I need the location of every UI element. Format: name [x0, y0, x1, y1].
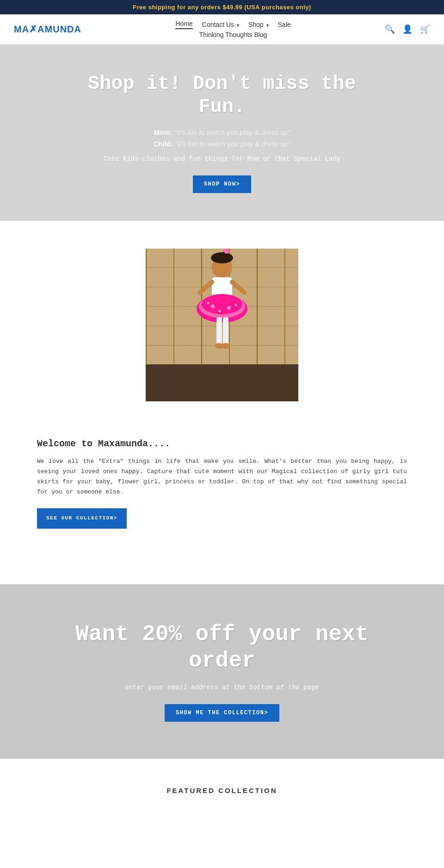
svg-point-11	[218, 310, 221, 312]
shop-dropdown-arrow: ▾	[266, 23, 269, 28]
nav-bottom-row: Thinking Thoughts Blog	[199, 31, 267, 38]
hero-section: Shop it! Don't miss the Fun. Mom: "It's …	[0, 44, 444, 221]
cart-icon[interactable]: 🛒	[420, 24, 430, 34]
nav-link-blog[interactable]: Thinking Thoughts Blog	[199, 31, 267, 38]
contact-dropdown-arrow: ▾	[237, 23, 239, 28]
login-icon[interactable]: 👤	[402, 24, 413, 34]
nav-link-contact[interactable]: Contact Us ▾	[202, 21, 239, 28]
nav-link-sale[interactable]: Sale	[278, 21, 291, 28]
hero-mom-quote: Mom: "It's fun to watch you play & dress…	[154, 128, 290, 136]
product-image	[146, 249, 298, 401]
svg-point-14	[207, 302, 210, 305]
svg-line-5	[200, 282, 212, 293]
main-nav: Home Contact Us ▾ Shop ▾ Sale Thinking T…	[175, 20, 290, 38]
nav-link-home[interactable]: Home	[175, 20, 192, 29]
nav-link-shop[interactable]: Shop ▾	[248, 21, 269, 28]
svg-rect-15	[216, 317, 222, 345]
site-header: MA✗AMUNDA Home Contact Us ▾ Shop ▾ Sale …	[0, 14, 444, 44]
site-logo[interactable]: MA✗AMUNDA	[14, 24, 81, 35]
svg-point-10	[211, 305, 215, 308]
see-collection-button[interactable]: SEE OUR COLLECTION>	[37, 508, 127, 528]
welcome-body: We love all the "Extra" things in life t…	[37, 456, 407, 497]
promo-section: Want 20% off your next order enter your …	[0, 584, 444, 759]
featured-heading: FEATURED COLLECTION	[14, 787, 430, 794]
svg-point-12	[227, 306, 231, 310]
hero-child-quote: Child: "It's fun to watch you play & dre…	[154, 140, 291, 148]
search-icon[interactable]: 🔍	[385, 24, 395, 34]
nav-top-row: Home Contact Us ▾ Shop ▾ Sale	[175, 20, 290, 29]
featured-collection-section: FEATURED COLLECTION	[0, 759, 444, 813]
announcement-bar: Free shipping for any orders $49.99 (USA…	[0, 0, 444, 14]
welcome-section: Welcome to Maxamunda.... We love all the…	[0, 420, 444, 556]
promo-subtext: enter your email address at the bottom o…	[125, 684, 319, 691]
hero-heading: Shop it! Don't miss the Fun.	[60, 72, 384, 119]
nav-icon-group: 🔍 👤 🛒	[385, 24, 430, 34]
svg-rect-16	[223, 317, 228, 345]
svg-point-18	[221, 343, 230, 349]
girl-figure-svg	[185, 249, 259, 378]
welcome-heading: Welcome to Maxamunda....	[37, 438, 407, 449]
hero-subtitle: Cute kids clothes and fun things for Mom…	[104, 155, 340, 162]
product-image-section	[0, 221, 444, 420]
svg-point-13	[234, 304, 237, 306]
logo-text: MA✗AMUNDA	[14, 24, 81, 34]
hero-shop-button[interactable]: SHOP NOW>	[193, 175, 251, 193]
promo-collection-button[interactable]: SHOW ME THE COLLECTION>	[165, 704, 279, 722]
svg-line-6	[232, 282, 244, 293]
promo-heading: Want 20% off your next order	[60, 621, 384, 674]
announcement-text: Free shipping for any orders $49.99 (USA…	[133, 4, 311, 11]
